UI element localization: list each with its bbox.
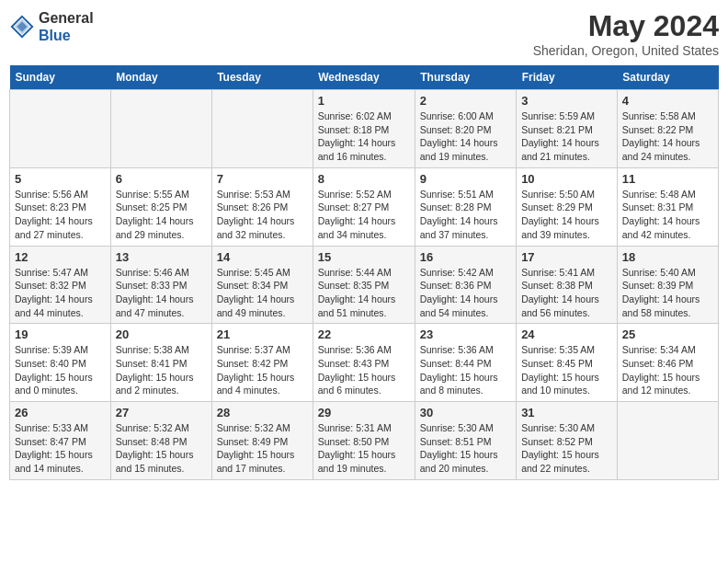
day-info: Sunrise: 5:41 AM (521, 266, 612, 280)
day-number: 3 (521, 94, 612, 108)
day-info: Daylight: 14 hours and 34 minutes. (318, 214, 410, 241)
day-info: Sunset: 8:46 PM (622, 357, 713, 371)
day-info: Sunset: 8:34 PM (217, 279, 308, 293)
day-number: 10 (521, 172, 612, 186)
day-info: Sunrise: 5:38 AM (116, 343, 207, 357)
day-number: 31 (521, 406, 612, 419)
weekday-header-wednesday: Wednesday (313, 65, 415, 90)
day-info: Daylight: 14 hours and 44 minutes. (15, 293, 106, 319)
day-info: Daylight: 14 hours and 58 minutes. (622, 293, 713, 319)
weekday-header-thursday: Thursday (415, 65, 516, 90)
day-info: Sunrise: 5:52 AM (318, 188, 410, 201)
day-info: Sunset: 8:20 PM (420, 123, 511, 137)
day-cell-15: 15Sunrise: 5:44 AMSunset: 8:35 PMDayligh… (313, 246, 415, 324)
empty-cell (617, 402, 718, 480)
day-info: Sunset: 8:38 PM (521, 279, 612, 293)
day-cell-3: 3Sunrise: 5:59 AMSunset: 8:21 PMDaylight… (517, 90, 618, 168)
day-cell-1: 1Sunrise: 6:02 AMSunset: 8:18 PMDaylight… (313, 90, 415, 168)
day-cell-16: 16Sunrise: 5:42 AMSunset: 8:36 PMDayligh… (415, 246, 516, 324)
day-number: 2 (420, 94, 511, 108)
day-info: Sunset: 8:40 PM (15, 357, 106, 371)
day-info: Sunrise: 5:35 AM (521, 343, 612, 357)
day-info: Sunrise: 5:46 AM (116, 266, 207, 280)
day-info: Daylight: 15 hours and 4 minutes. (217, 371, 308, 397)
day-info: Sunrise: 5:45 AM (217, 266, 308, 280)
day-info: Daylight: 15 hours and 10 minutes. (521, 371, 612, 397)
logo-general: General (39, 10, 94, 26)
day-info: Sunrise: 5:32 AM (116, 421, 207, 435)
day-info: Sunset: 8:29 PM (521, 201, 612, 214)
day-info: Daylight: 15 hours and 8 minutes. (420, 371, 511, 397)
day-info: Sunrise: 5:44 AM (318, 266, 410, 280)
day-info: Sunset: 8:45 PM (521, 357, 612, 371)
day-info: Daylight: 14 hours and 19 minutes. (420, 136, 511, 163)
day-info: Sunrise: 5:32 AM (217, 421, 308, 435)
day-cell-23: 23Sunrise: 5:36 AMSunset: 8:44 PMDayligh… (415, 324, 516, 402)
day-info: Daylight: 14 hours and 37 minutes. (420, 214, 511, 241)
day-cell-5: 5Sunrise: 5:56 AMSunset: 8:23 PMDaylight… (10, 167, 111, 246)
day-number: 26 (15, 406, 106, 419)
day-number: 19 (15, 327, 106, 341)
day-number: 25 (622, 327, 713, 341)
day-info: Sunrise: 5:55 AM (116, 188, 207, 201)
day-info: Sunset: 8:41 PM (116, 357, 207, 371)
day-info: Sunset: 8:47 PM (15, 435, 106, 449)
day-info: Sunset: 8:35 PM (318, 279, 410, 293)
day-info: Daylight: 14 hours and 29 minutes. (116, 214, 207, 241)
day-info: Sunrise: 5:59 AM (521, 109, 612, 123)
week-row-2: 5Sunrise: 5:56 AMSunset: 8:23 PMDaylight… (10, 167, 719, 246)
calendar-table: SundayMondayTuesdayWednesdayThursdayFrid… (9, 65, 719, 480)
day-cell-9: 9Sunrise: 5:51 AMSunset: 8:28 PMDaylight… (415, 167, 516, 246)
day-info: Sunrise: 5:48 AM (622, 188, 713, 201)
day-info: Sunset: 8:27 PM (318, 201, 410, 214)
day-info: Sunset: 8:33 PM (116, 279, 207, 293)
day-number: 28 (217, 406, 308, 419)
day-info: Sunset: 8:25 PM (116, 201, 207, 214)
day-cell-19: 19Sunrise: 5:39 AMSunset: 8:40 PMDayligh… (10, 324, 111, 402)
day-info: Daylight: 15 hours and 6 minutes. (318, 371, 410, 397)
day-cell-2: 2Sunrise: 6:00 AMSunset: 8:20 PMDaylight… (415, 90, 516, 168)
day-cell-29: 29Sunrise: 5:31 AMSunset: 8:50 PMDayligh… (313, 402, 415, 480)
day-number: 9 (420, 172, 511, 186)
day-number: 5 (15, 172, 106, 186)
day-info: Daylight: 14 hours and 42 minutes. (622, 214, 713, 241)
day-number: 15 (318, 250, 410, 264)
weekday-header-row: SundayMondayTuesdayWednesdayThursdayFrid… (10, 65, 719, 90)
day-info: Sunrise: 5:47 AM (15, 266, 106, 280)
day-number: 23 (420, 327, 511, 341)
day-number: 29 (318, 406, 410, 419)
day-number: 24 (521, 327, 612, 341)
day-number: 6 (116, 172, 207, 186)
empty-cell (211, 90, 313, 168)
day-info: Daylight: 15 hours and 17 minutes. (217, 448, 308, 475)
weekday-header-friday: Friday (517, 65, 618, 90)
day-number: 20 (116, 327, 207, 341)
page-header: General Blue May 2024 Sheridan, Oregon, … (9, 9, 719, 58)
day-cell-4: 4Sunrise: 5:58 AMSunset: 8:22 PMDaylight… (617, 90, 718, 168)
day-cell-20: 20Sunrise: 5:38 AMSunset: 8:41 PMDayligh… (110, 324, 211, 402)
day-info: Daylight: 14 hours and 24 minutes. (622, 136, 713, 163)
day-cell-10: 10Sunrise: 5:50 AMSunset: 8:29 PMDayligh… (517, 167, 618, 246)
week-row-4: 19Sunrise: 5:39 AMSunset: 8:40 PMDayligh… (10, 324, 719, 402)
day-info: Sunset: 8:52 PM (521, 435, 612, 449)
day-number: 4 (622, 94, 713, 108)
day-cell-18: 18Sunrise: 5:40 AMSunset: 8:39 PMDayligh… (617, 246, 718, 324)
day-number: 8 (318, 172, 410, 186)
day-cell-17: 17Sunrise: 5:41 AMSunset: 8:38 PMDayligh… (517, 246, 618, 324)
day-info: Sunset: 8:49 PM (217, 435, 308, 449)
day-info: Sunrise: 5:33 AM (15, 421, 106, 435)
week-row-3: 12Sunrise: 5:47 AMSunset: 8:32 PMDayligh… (10, 246, 719, 324)
day-info: Daylight: 14 hours and 32 minutes. (217, 214, 308, 241)
day-info: Sunset: 8:42 PM (217, 357, 308, 371)
day-info: Sunrise: 5:36 AM (318, 343, 410, 357)
month-title: May 2024 (533, 9, 719, 43)
day-info: Daylight: 14 hours and 39 minutes. (521, 214, 612, 241)
day-info: Sunset: 8:22 PM (622, 123, 713, 137)
day-info: Sunrise: 5:40 AM (622, 266, 713, 280)
day-cell-30: 30Sunrise: 5:30 AMSunset: 8:51 PMDayligh… (415, 402, 516, 480)
day-cell-25: 25Sunrise: 5:34 AMSunset: 8:46 PMDayligh… (617, 324, 718, 402)
day-info: Daylight: 15 hours and 22 minutes. (521, 448, 612, 475)
day-info: Sunset: 8:31 PM (622, 201, 713, 214)
week-row-5: 26Sunrise: 5:33 AMSunset: 8:47 PMDayligh… (10, 402, 719, 480)
day-info: Daylight: 14 hours and 16 minutes. (318, 136, 410, 163)
